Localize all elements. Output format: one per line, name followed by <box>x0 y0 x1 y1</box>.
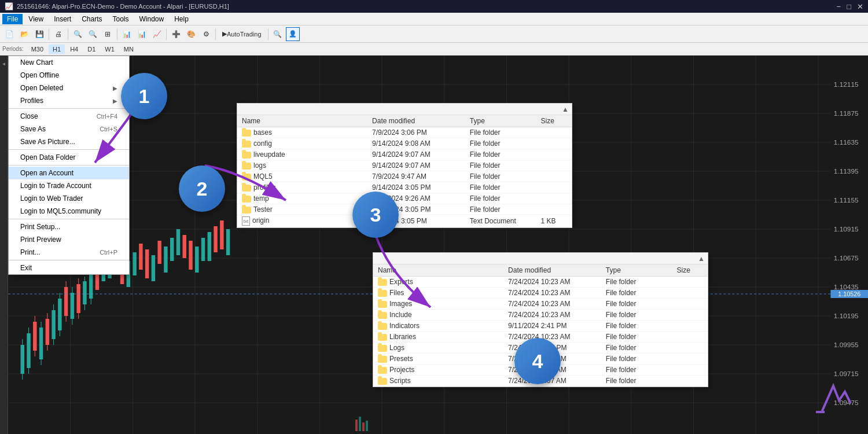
cell-name: logs <box>237 160 367 171</box>
svg-rect-70 <box>220 220 223 249</box>
col-type-1[interactable]: Type <box>465 115 536 127</box>
menu-close[interactable]: Close Ctrl+F4 <box>9 110 129 123</box>
folder-icon <box>242 141 251 148</box>
menu-file[interactable]: File <box>2 14 23 24</box>
cell-type: File folder <box>601 299 672 310</box>
menu-open-account[interactable]: Open an Account <box>9 167 129 179</box>
period-h1[interactable]: H1 <box>49 45 65 54</box>
period-m30[interactable]: M30 <box>27 45 47 54</box>
col-type-2[interactable]: Type <box>601 264 672 277</box>
maximize-btn[interactable]: □ <box>847 2 851 11</box>
toolbar-indicator[interactable]: ➕ <box>169 27 183 41</box>
cell-type: File folder <box>465 204 536 215</box>
menu-login-web[interactable]: Login to Web Trader <box>9 192 129 205</box>
watermark-logo <box>810 374 856 422</box>
toolbar-settings[interactable]: ⚙ <box>199 27 213 41</box>
table-row[interactable]: Images 7/24/2024 10:23 AM File folder <box>373 299 708 310</box>
toolbar-print[interactable]: 🖨 <box>52 27 65 41</box>
cell-type: File folder <box>601 332 672 343</box>
table-row[interactable]: Tester 9/14/2024 3:05 PM File folder <box>237 204 572 215</box>
cell-size <box>536 127 572 138</box>
table-row[interactable]: Experts 7/24/2024 10:23 AM File folder <box>373 277 708 288</box>
table-row[interactable]: logs 9/14/2024 9:07 AM File folder <box>237 160 572 171</box>
toolbar-candle[interactable]: 📊 <box>135 27 149 41</box>
col-date-2[interactable]: Date modified <box>503 264 601 277</box>
period-w1[interactable]: W1 <box>101 45 119 54</box>
menu-tools[interactable]: Tools <box>108 14 134 24</box>
sep-1 <box>9 108 129 109</box>
cell-size <box>672 299 708 310</box>
table-row[interactable]: bases 7/9/2024 3:06 PM File folder <box>237 127 572 138</box>
table-row[interactable]: liveupdate 9/14/2024 9:07 AM File folder <box>237 149 572 160</box>
collapse-btn-1[interactable]: ▲ <box>561 105 569 113</box>
table-row[interactable]: txtorigin 7/9/2024 3:05 PM Text Document… <box>237 215 572 227</box>
close-btn[interactable]: ✕ <box>857 2 863 11</box>
toolbar-fit[interactable]: ⊞ <box>101 27 115 41</box>
toolbar-zoom-in[interactable]: 🔍 <box>71 27 84 41</box>
toolbar-new[interactable]: 📄 <box>2 27 16 41</box>
svg-text:1.11395: 1.11395 <box>834 168 859 175</box>
toolbar-line[interactable]: 📈 <box>150 27 164 41</box>
menu-help[interactable]: Help <box>170 14 193 24</box>
table-row[interactable]: Include 7/24/2024 10:23 AM File folder <box>373 310 708 321</box>
col-name-1[interactable]: Name <box>237 115 367 127</box>
toolbar-save[interactable]: 💾 <box>32 27 46 41</box>
svg-rect-52 <box>139 244 142 270</box>
toolbar-search[interactable]: 🔍 <box>271 27 285 41</box>
period-mn[interactable]: MN <box>120 45 138 54</box>
table-row[interactable]: profiles 9/14/2024 3:05 PM File folder <box>237 182 572 193</box>
folder-icon <box>378 323 387 330</box>
cell-size <box>536 171 572 182</box>
svg-text:1.10195: 1.10195 <box>834 312 859 319</box>
col-size-2[interactable]: Size <box>672 264 708 277</box>
table-row[interactable]: config 9/14/2024 9:08 AM File folder <box>237 138 572 149</box>
svg-rect-67 <box>201 238 205 261</box>
svg-text:1.11155: 1.11155 <box>834 197 859 204</box>
menu-save-as-picture[interactable]: Save As Picture... <box>9 135 129 148</box>
menu-charts[interactable]: Charts <box>77 14 106 24</box>
toolbar-open[interactable]: 📂 <box>17 27 31 41</box>
minimize-btn[interactable]: − <box>837 2 841 11</box>
menu-login-mql5[interactable]: Login to MQL5.community <box>9 205 129 218</box>
toolbar-account[interactable]: 👤 <box>286 27 300 41</box>
volume-indicator <box>355 414 368 431</box>
menu-open-deleted[interactable]: Open Deleted ▶ <box>9 82 129 94</box>
toolbar-color[interactable]: 🎨 <box>184 27 198 41</box>
menu-login-trade[interactable]: Login to Trade Account <box>9 179 129 192</box>
menu-open-data-folder[interactable]: Open Data Folder <box>9 151 129 164</box>
table-row[interactable]: Indicators 9/11/2024 2:41 PM File folder <box>373 321 708 332</box>
period-h4[interactable]: H4 <box>66 45 82 54</box>
menu-bar: File View Insert Charts Tools Window Hel… <box>0 13 868 25</box>
table-row[interactable]: MQL5 7/9/2024 9:47 AM File folder <box>237 171 572 182</box>
menu-exit[interactable]: Exit <box>9 262 129 274</box>
menu-print-preview[interactable]: Print Preview <box>9 233 129 246</box>
menu-profiles[interactable]: Profiles ▶ <box>9 94 129 107</box>
menu-window[interactable]: Window <box>135 14 169 24</box>
toolbar-zoom-out[interactable]: 🔍 <box>86 27 100 41</box>
table-row[interactable]: Files 7/24/2024 10:23 AM File folder <box>373 288 708 299</box>
autotrading-btn[interactable]: ▶ AutoTrading <box>218 27 266 41</box>
col-name-2[interactable]: Name <box>373 264 503 277</box>
chart-area[interactable]: 1.12115 1.11875 1.11635 1.11395 1.11155 … <box>8 56 868 434</box>
menu-print[interactable]: Print... Ctrl+P <box>9 246 129 259</box>
col-date-1[interactable]: Date modified <box>367 115 465 127</box>
period-d1[interactable]: D1 <box>83 45 100 54</box>
menu-save-as[interactable]: Save As Ctrl+S <box>9 123 129 135</box>
svg-rect-63 <box>176 229 180 255</box>
folder-icon <box>378 301 387 308</box>
file-explorer-1: ▲ Name Date modified Type Size bases 7/9… <box>237 103 572 228</box>
bubble-2: 2 <box>179 165 225 212</box>
sep-2 <box>9 149 129 150</box>
collapse-btn-2[interactable]: ▲ <box>697 255 705 263</box>
menu-insert[interactable]: Insert <box>49 14 76 24</box>
menu-open-offline[interactable]: Open Offline <box>9 69 129 82</box>
menu-view[interactable]: View <box>24 14 48 24</box>
svg-text:1.10526: 1.10526 <box>838 291 860 297</box>
table-row[interactable]: temp 9/14/2024 9:26 AM File folder <box>237 193 572 204</box>
cell-size <box>672 332 708 343</box>
menu-new-chart[interactable]: New Chart <box>9 56 129 69</box>
menu-print-setup[interactable]: Print Setup... <box>9 220 129 233</box>
col-size-1[interactable]: Size <box>536 115 572 127</box>
folder-icon <box>242 130 251 137</box>
toolbar-bar-chart[interactable]: 📊 <box>120 27 134 41</box>
